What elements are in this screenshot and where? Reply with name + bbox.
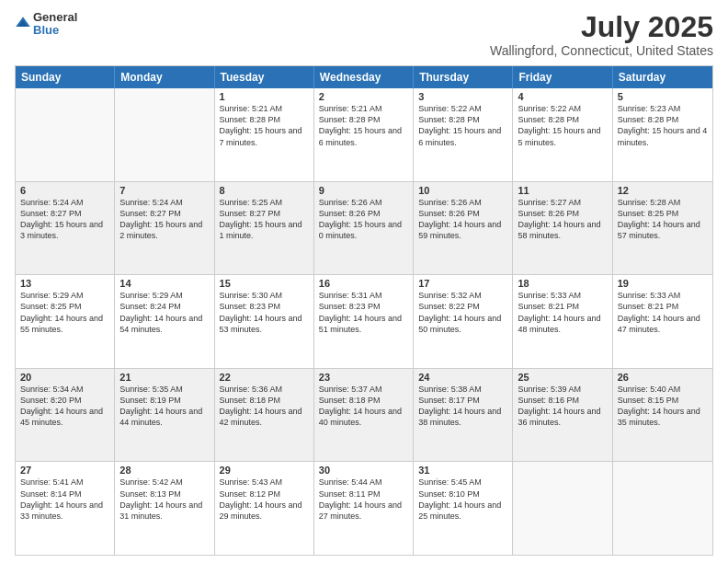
calendar-cell: 19Sunrise: 5:33 AMSunset: 8:21 PMDayligh… [613,275,712,368]
day-info: Sunrise: 5:33 AMSunset: 8:21 PMDaylight:… [618,290,708,335]
calendar-cell: 8Sunrise: 5:25 AMSunset: 8:27 PMDaylight… [215,182,314,275]
calendar-cell: 31Sunrise: 5:45 AMSunset: 8:10 PMDayligh… [414,462,513,555]
logo-icon [15,16,31,32]
day-info: Sunrise: 5:28 AMSunset: 8:25 PMDaylight:… [618,197,708,242]
day-info: Sunrise: 5:43 AMSunset: 8:12 PMDaylight:… [220,477,309,522]
cal-header-day: Monday [115,66,214,88]
day-info: Sunrise: 5:38 AMSunset: 8:17 PMDaylight:… [418,384,507,429]
calendar-header: SundayMondayTuesdayWednesdayThursdayFrid… [16,66,712,88]
day-number: 26 [618,372,708,383]
day-number: 4 [518,91,607,102]
day-info: Sunrise: 5:40 AMSunset: 8:15 PMDaylight:… [618,384,708,429]
day-number: 8 [220,185,309,196]
logo-text-blue: Blue [33,24,77,37]
calendar-cell: 6Sunrise: 5:24 AMSunset: 8:27 PMDaylight… [16,182,115,275]
cal-header-day: Friday [513,66,612,88]
page-title: July 2025 [490,11,713,43]
day-number: 6 [20,185,109,196]
calendar-cell: 4Sunrise: 5:22 AMSunset: 8:28 PMDaylight… [513,88,612,181]
calendar-cell [115,88,214,181]
calendar-cell: 17Sunrise: 5:32 AMSunset: 8:22 PMDayligh… [414,275,513,368]
day-info: Sunrise: 5:42 AMSunset: 8:13 PMDaylight:… [119,477,209,522]
day-number: 13 [20,278,109,289]
day-info: Sunrise: 5:33 AMSunset: 8:21 PMDaylight:… [518,290,607,335]
calendar-cell: 29Sunrise: 5:43 AMSunset: 8:12 PMDayligh… [215,462,314,555]
day-info: Sunrise: 5:23 AMSunset: 8:28 PMDaylight:… [618,103,708,148]
day-info: Sunrise: 5:29 AMSunset: 8:25 PMDaylight:… [20,290,109,335]
day-number: 21 [119,372,209,383]
calendar-cell: 5Sunrise: 5:23 AMSunset: 8:28 PMDaylight… [613,88,712,181]
cal-header-day: Thursday [414,66,513,88]
title-block: July 2025 Wallingford, Connecticut, Unit… [490,11,713,58]
calendar-cell: 26Sunrise: 5:40 AMSunset: 8:15 PMDayligh… [613,369,712,462]
calendar-cell: 16Sunrise: 5:31 AMSunset: 8:23 PMDayligh… [314,275,414,368]
calendar-cell: 22Sunrise: 5:36 AMSunset: 8:18 PMDayligh… [215,369,314,462]
day-info: Sunrise: 5:29 AMSunset: 8:24 PMDaylight:… [119,290,209,335]
calendar-cell: 11Sunrise: 5:27 AMSunset: 8:26 PMDayligh… [513,182,612,275]
day-info: Sunrise: 5:24 AMSunset: 8:27 PMDaylight:… [119,197,209,242]
day-info: Sunrise: 5:25 AMSunset: 8:27 PMDaylight:… [220,197,309,242]
day-info: Sunrise: 5:32 AMSunset: 8:22 PMDaylight:… [418,290,507,335]
calendar-cell: 28Sunrise: 5:42 AMSunset: 8:13 PMDayligh… [115,462,214,555]
day-info: Sunrise: 5:21 AMSunset: 8:28 PMDaylight:… [319,103,408,148]
day-info: Sunrise: 5:36 AMSunset: 8:18 PMDaylight:… [220,384,309,429]
day-number: 11 [518,185,607,196]
day-number: 23 [319,372,408,383]
day-number: 2 [319,91,408,102]
day-number: 18 [518,278,607,289]
calendar-cell: 23Sunrise: 5:37 AMSunset: 8:18 PMDayligh… [314,369,414,462]
calendar-cell [513,462,612,555]
calendar-week: 27Sunrise: 5:41 AMSunset: 8:14 PMDayligh… [16,461,712,555]
day-number: 1 [220,91,309,102]
calendar-week: 1Sunrise: 5:21 AMSunset: 8:28 PMDaylight… [16,88,712,181]
calendar-cell [16,88,115,181]
day-info: Sunrise: 5:35 AMSunset: 8:19 PMDaylight:… [119,384,209,429]
day-info: Sunrise: 5:24 AMSunset: 8:27 PMDaylight:… [20,197,109,242]
day-info: Sunrise: 5:30 AMSunset: 8:23 PMDaylight:… [220,290,309,335]
day-info: Sunrise: 5:26 AMSunset: 8:26 PMDaylight:… [418,197,507,242]
calendar-page: General Blue July 2025 Wallingford, Conn… [0,0,728,563]
calendar-cell: 15Sunrise: 5:30 AMSunset: 8:23 PMDayligh… [215,275,314,368]
day-number: 7 [119,185,209,196]
page-subtitle: Wallingford, Connecticut, United States [490,43,713,58]
day-info: Sunrise: 5:26 AMSunset: 8:26 PMDaylight:… [319,197,408,242]
calendar-cell: 21Sunrise: 5:35 AMSunset: 8:19 PMDayligh… [115,369,214,462]
day-number: 16 [319,278,408,289]
page-header: General Blue July 2025 Wallingford, Conn… [15,11,713,58]
calendar-week: 6Sunrise: 5:24 AMSunset: 8:27 PMDaylight… [16,181,712,275]
calendar-cell [613,462,712,555]
calendar-cell: 2Sunrise: 5:21 AMSunset: 8:28 PMDaylight… [314,88,414,181]
cal-header-day: Sunday [16,66,115,88]
day-number: 22 [220,372,309,383]
day-info: Sunrise: 5:27 AMSunset: 8:26 PMDaylight:… [518,197,607,242]
calendar-cell: 3Sunrise: 5:22 AMSunset: 8:28 PMDaylight… [414,88,513,181]
day-info: Sunrise: 5:31 AMSunset: 8:23 PMDaylight:… [319,290,408,335]
logo: General Blue [15,11,77,38]
day-number: 15 [220,278,309,289]
day-number: 30 [319,465,408,476]
day-info: Sunrise: 5:37 AMSunset: 8:18 PMDaylight:… [319,384,408,429]
day-number: 20 [20,372,109,383]
day-info: Sunrise: 5:34 AMSunset: 8:20 PMDaylight:… [20,384,109,429]
day-number: 25 [518,372,607,383]
day-number: 28 [119,465,209,476]
calendar-cell: 27Sunrise: 5:41 AMSunset: 8:14 PMDayligh… [16,462,115,555]
day-number: 10 [418,185,507,196]
calendar-cell: 9Sunrise: 5:26 AMSunset: 8:26 PMDaylight… [314,182,414,275]
calendar-cell: 13Sunrise: 5:29 AMSunset: 8:25 PMDayligh… [16,275,115,368]
calendar-cell: 24Sunrise: 5:38 AMSunset: 8:17 PMDayligh… [414,369,513,462]
calendar-week: 20Sunrise: 5:34 AMSunset: 8:20 PMDayligh… [16,368,712,462]
day-info: Sunrise: 5:21 AMSunset: 8:28 PMDaylight:… [220,103,309,148]
calendar-week: 13Sunrise: 5:29 AMSunset: 8:25 PMDayligh… [16,274,712,368]
day-number: 17 [418,278,507,289]
calendar-cell: 12Sunrise: 5:28 AMSunset: 8:25 PMDayligh… [613,182,712,275]
cal-header-day: Tuesday [215,66,314,88]
day-number: 3 [418,91,507,102]
day-info: Sunrise: 5:45 AMSunset: 8:10 PMDaylight:… [418,477,507,522]
calendar-cell: 20Sunrise: 5:34 AMSunset: 8:20 PMDayligh… [16,369,115,462]
day-number: 12 [618,185,708,196]
cal-header-day: Saturday [613,66,712,88]
calendar-cell: 10Sunrise: 5:26 AMSunset: 8:26 PMDayligh… [414,182,513,275]
calendar-cell: 30Sunrise: 5:44 AMSunset: 8:11 PMDayligh… [314,462,414,555]
day-number: 31 [418,465,507,476]
